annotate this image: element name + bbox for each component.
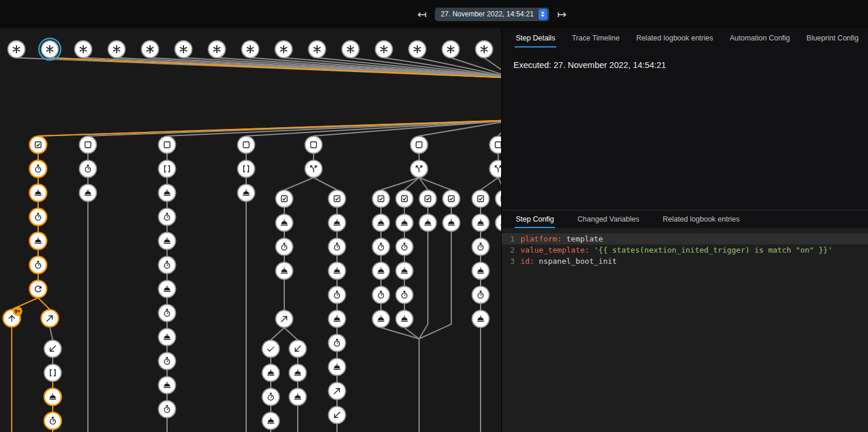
trace-node-trigger[interactable]: [175, 41, 192, 58]
trace-node-dome[interactable]: [290, 389, 307, 406]
trace-node-arrow-dl[interactable]: [290, 341, 307, 358]
trace-node-timer[interactable]: [30, 161, 47, 178]
trace-node-dome[interactable]: [472, 215, 489, 232]
tab-automation-config[interactable]: Automation Config: [729, 28, 791, 47]
trace-node-dome[interactable]: [472, 311, 489, 328]
trace-node-dome[interactable]: [159, 233, 176, 250]
trace-node-branch[interactable]: [42, 310, 59, 327]
trace-node-trigger[interactable]: [342, 41, 359, 58]
trace-node-timer[interactable]: [472, 287, 489, 304]
trace-node-check-square[interactable]: [472, 191, 489, 208]
tab-step-details[interactable]: Step Details: [515, 28, 556, 47]
code-line[interactable]: 2value_template: '{{ states(nextion_init…: [502, 244, 868, 256]
trace-node-square[interactable]: [490, 137, 502, 154]
trace-node-branch[interactable]: [329, 383, 346, 400]
trace-node-timer[interactable]: [159, 305, 176, 322]
trace-node-brackets[interactable]: [45, 365, 62, 382]
trace-node-dome[interactable]: [159, 281, 176, 298]
trace-graph-pane[interactable]: 9+: [0, 28, 501, 432]
trace-node-dome[interactable]: [159, 377, 176, 394]
trace-graph[interactable]: 9+: [0, 28, 501, 432]
next-trace-button[interactable]: ↦: [557, 9, 567, 20]
trace-node-trigger[interactable]: [275, 41, 292, 58]
trace-node-dome[interactable]: [238, 185, 255, 202]
trace-select[interactable]: 27. November 2022, 14:54:21: [435, 8, 549, 21]
trace-node-dome[interactable]: [159, 185, 176, 202]
trace-node-trigger[interactable]: [75, 41, 92, 58]
code-line[interactable]: 3id: nspanel_boot_init: [502, 256, 868, 267]
trace-node-fork[interactable]: [411, 161, 428, 178]
trace-node-arrow-dl[interactable]: [329, 407, 346, 424]
trace-node-square[interactable]: [305, 137, 322, 154]
trace-node-dome[interactable]: [80, 185, 97, 202]
tab-blueprint-config[interactable]: Blueprint Config: [805, 28, 860, 47]
trace-node-dome[interactable]: [472, 263, 489, 280]
trace-node-square[interactable]: [80, 137, 97, 154]
trace-node-timer[interactable]: [30, 209, 47, 226]
trace-node-check-square[interactable]: [373, 191, 390, 208]
trace-node-check-square[interactable]: [30, 137, 47, 154]
trace-node-timer[interactable]: [329, 335, 346, 352]
trace-node-timer[interactable]: [276, 239, 293, 256]
trace-node-dome[interactable]: [396, 311, 413, 328]
trace-node-dome[interactable]: [329, 311, 346, 328]
trace-node-trigger[interactable]: [242, 41, 259, 58]
trace-node-refresh[interactable]: [30, 281, 47, 298]
trace-node-dome[interactable]: [263, 413, 280, 430]
trace-node-timer[interactable]: [329, 287, 346, 304]
trace-node-dome[interactable]: [329, 215, 346, 232]
trace-node-dome[interactable]: [443, 215, 460, 232]
tab-changed-variables[interactable]: Changed Variables: [576, 210, 640, 228]
trace-node-timer[interactable]: [373, 287, 390, 304]
trace-node-dome[interactable]: [373, 263, 390, 280]
trace-node-square[interactable]: [238, 137, 255, 154]
trace-node-timer[interactable]: [80, 161, 97, 178]
code-line[interactable]: 1platform: template: [502, 233, 868, 244]
trace-node-square[interactable]: [411, 137, 428, 154]
trace-node-check-square[interactable]: [420, 191, 437, 208]
trace-node-square[interactable]: [159, 137, 176, 154]
trace-node-arrow-up[interactable]: 9+: [4, 307, 23, 327]
trace-node-trigger[interactable]: [108, 41, 125, 58]
trace-node-timer[interactable]: [159, 401, 176, 418]
trace-node-trigger[interactable]: [309, 41, 326, 58]
trace-node-timer[interactable]: [396, 239, 413, 256]
trace-node-branch[interactable]: [276, 311, 293, 328]
trace-node-trigger[interactable]: [209, 41, 226, 58]
trace-node-trigger[interactable]: [376, 41, 393, 58]
trace-node-timer[interactable]: [159, 257, 176, 274]
trace-node-timer[interactable]: [159, 353, 176, 370]
tab-related-logbook-entries[interactable]: Related logbook entries: [635, 28, 714, 47]
trace-node-dome[interactable]: [276, 263, 293, 280]
trace-node-dome[interactable]: [329, 263, 346, 280]
trace-node-dome[interactable]: [329, 359, 346, 376]
yaml-code-editor[interactable]: 1platform: template2value_template: '{{ …: [502, 228, 868, 432]
trace-node-check-square[interactable]: [496, 191, 502, 208]
trace-node-dome[interactable]: [30, 185, 47, 202]
trace-node-dome[interactable]: [396, 215, 413, 232]
trace-node-check-square[interactable]: [443, 191, 460, 208]
trace-node-dome[interactable]: [396, 263, 413, 280]
trace-node-timer[interactable]: [472, 239, 489, 256]
trace-node-trigger[interactable]: [142, 41, 159, 58]
trace-node-trigger[interactable]: [8, 41, 25, 58]
previous-trace-button[interactable]: ↤: [417, 9, 427, 20]
trace-node-arrow-dl[interactable]: [45, 341, 62, 358]
trace-node-dome[interactable]: [373, 215, 390, 232]
trace-node-fork[interactable]: [490, 161, 502, 178]
trace-node-trigger[interactable]: [442, 41, 459, 58]
trace-node-fork[interactable]: [305, 161, 322, 178]
trace-node-timer[interactable]: [329, 239, 346, 256]
trace-node-timer[interactable]: [263, 389, 280, 406]
trace-node-brackets[interactable]: [238, 161, 255, 178]
trace-node-timer[interactable]: [159, 209, 176, 226]
trace-node-dome[interactable]: [496, 215, 502, 232]
trace-node-trigger[interactable]: [39, 39, 61, 60]
trace-node-trigger[interactable]: [409, 41, 426, 58]
trace-node-dome[interactable]: [30, 233, 47, 250]
trace-node-check-square[interactable]: [329, 191, 346, 208]
trace-node-dome[interactable]: [373, 311, 390, 328]
trace-node-timer[interactable]: [30, 257, 47, 274]
trace-node-timer[interactable]: [45, 413, 62, 430]
trace-node-dome[interactable]: [290, 365, 307, 382]
